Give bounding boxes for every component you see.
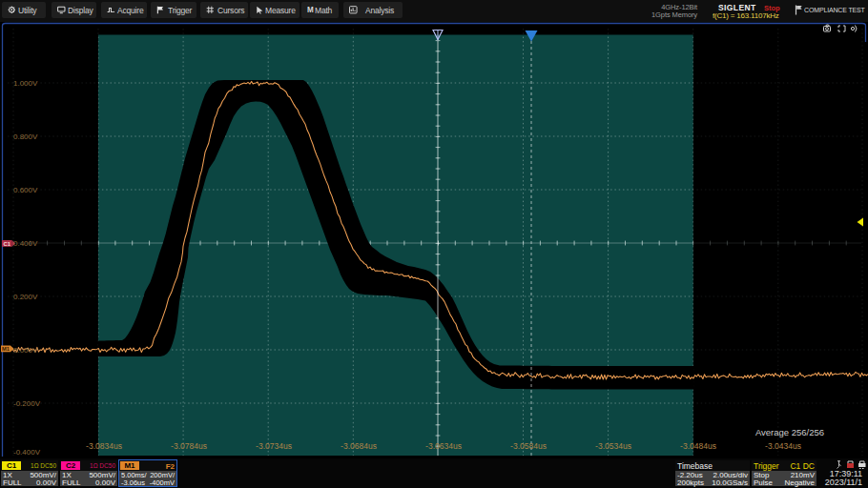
svg-text:-3.0784us: -3.0784us	[171, 441, 207, 451]
svg-text:0.000V: 0.000V	[13, 346, 38, 355]
svg-text:0.600V: 0.600V	[13, 186, 38, 194]
svg-text:-3.0534us: -3.0534us	[595, 441, 631, 451]
svg-text:C1: C1	[3, 241, 10, 247]
svg-text:0.200V: 0.200V	[13, 293, 38, 301]
svg-text:-3.0634us: -3.0634us	[425, 441, 462, 451]
svg-text:-0.400V: -0.400V	[13, 448, 41, 457]
svg-text:-3.0584us: -3.0584us	[510, 441, 547, 451]
svg-text:-3.0834us: -3.0834us	[86, 441, 122, 451]
svg-text:M: M	[307, 6, 314, 14]
svg-text:M1: M1	[2, 346, 10, 352]
svg-text:0.800V: 0.800V	[13, 132, 38, 141]
svg-text:-3.0434us: -3.0434us	[765, 441, 801, 451]
svg-text:-0.200V: -0.200V	[13, 399, 41, 408]
svg-text:Average 256/256: Average 256/256	[755, 427, 824, 437]
svg-text:-3.0684us: -3.0684us	[341, 441, 377, 451]
svg-text:1.000V: 1.000V	[13, 79, 38, 88]
svg-text:-3.0734us: -3.0734us	[256, 441, 292, 451]
svg-text:-3.0484us: -3.0484us	[680, 441, 716, 451]
svg-text:0.400V: 0.400V	[13, 239, 38, 248]
